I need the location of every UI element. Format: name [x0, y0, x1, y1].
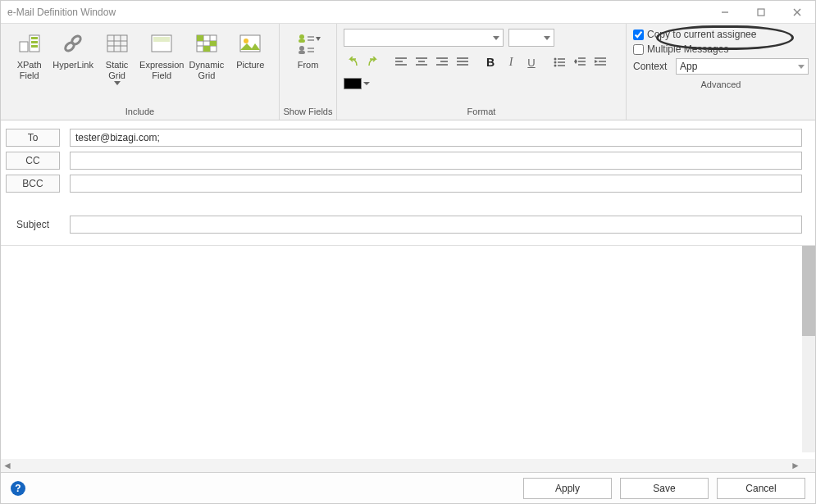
- font-family-combo[interactable]: [344, 29, 504, 47]
- ribbon-group-advanced: Copy to current assignee Multiple Messag…: [627, 24, 815, 120]
- chevron-down-icon: [798, 65, 805, 69]
- ribbon: XPath Field HyperLink Static Grid Expr: [1, 24, 815, 120]
- bullet-list-button[interactable]: [550, 53, 568, 71]
- indent-button[interactable]: [591, 53, 609, 71]
- align-justify-button[interactable]: [454, 53, 472, 71]
- expression-field-label: Expression Field: [139, 60, 184, 81]
- svg-rect-30: [299, 39, 305, 43]
- from-button[interactable]: From: [286, 27, 330, 74]
- copy-assignee-label: Copy to current assignee: [647, 29, 756, 40]
- svg-marker-67: [798, 65, 805, 69]
- to-input[interactable]: tester@bizagi.com;: [70, 129, 802, 147]
- svg-rect-24: [197, 35, 203, 41]
- svg-rect-11: [107, 35, 127, 52]
- svg-marker-61: [574, 59, 577, 61]
- undo-button[interactable]: [344, 53, 362, 71]
- svg-point-29: [299, 34, 304, 39]
- hyperlink-button[interactable]: HyperLink: [51, 27, 95, 74]
- expression-field-button[interactable]: Expression Field: [139, 27, 185, 84]
- font-color-button[interactable]: [344, 78, 362, 89]
- hyperlink-label: HyperLink: [52, 60, 93, 70]
- svg-marker-16: [114, 81, 121, 85]
- scroll-right-icon[interactable]: ►: [791, 460, 800, 471]
- multi-messages-input[interactable]: [633, 44, 644, 55]
- svg-rect-26: [203, 46, 210, 52]
- vscroll-thumb[interactable]: [802, 246, 815, 336]
- bcc-button[interactable]: BCC: [6, 175, 60, 193]
- context-value: App: [680, 61, 697, 72]
- from-label: From: [298, 60, 319, 70]
- expression-field-icon: [148, 30, 175, 57]
- svg-point-9: [64, 41, 75, 52]
- copy-assignee-checkbox[interactable]: Copy to current assignee: [633, 29, 809, 40]
- horizontal-scrollbar[interactable]: ◄ ►: [1, 459, 802, 472]
- vertical-scrollbar[interactable]: [802, 246, 815, 452]
- outdent-button[interactable]: [571, 53, 589, 71]
- scroll-left-icon[interactable]: ◄: [2, 460, 12, 471]
- cc-input[interactable]: [70, 152, 802, 170]
- svg-marker-38: [493, 36, 499, 40]
- bcc-input[interactable]: [70, 175, 802, 193]
- dynamic-grid-label: Dynamic Grid: [189, 60, 225, 81]
- titlebar: e-Mail Definition Window: [1, 1, 815, 24]
- help-icon[interactable]: ?: [11, 481, 25, 496]
- svg-point-28: [244, 39, 248, 43]
- svg-point-10: [71, 34, 82, 46]
- svg-marker-62: [574, 61, 577, 64]
- align-left-button[interactable]: [392, 53, 410, 71]
- dynamic-grid-icon: [194, 30, 220, 57]
- body-editor[interactable]: [7, 246, 802, 452]
- svg-point-54: [554, 65, 557, 67]
- maximize-button[interactable]: [743, 1, 779, 24]
- svg-rect-25: [210, 41, 217, 46]
- picture-button[interactable]: Picture: [229, 27, 272, 74]
- include-group-label: Include: [1, 107, 279, 120]
- ribbon-group-format: B I U Format: [337, 24, 627, 120]
- body-editor-area: ◄ ►: [1, 245, 815, 472]
- xpath-field-button[interactable]: XPath Field: [7, 27, 51, 84]
- chevron-down-icon: [114, 81, 121, 85]
- xpath-field-label: XPath Field: [17, 60, 42, 81]
- cc-button[interactable]: CC: [6, 152, 60, 170]
- svg-rect-8: [31, 45, 38, 48]
- copy-assignee-input[interactable]: [633, 30, 644, 40]
- dynamic-grid-button[interactable]: Dynamic Grid: [185, 27, 228, 84]
- font-size-combo[interactable]: [508, 29, 554, 47]
- subject-input[interactable]: [70, 216, 802, 234]
- static-grid-icon: [104, 30, 130, 57]
- to-value: tester@bizagi.com;: [75, 132, 160, 143]
- svg-point-52: [554, 58, 557, 61]
- svg-marker-66: [595, 60, 598, 63]
- apply-button[interactable]: Apply: [523, 478, 612, 499]
- align-center-button[interactable]: [413, 53, 431, 71]
- bold-button[interactable]: B: [481, 53, 499, 71]
- static-grid-button[interactable]: Static Grid: [95, 27, 139, 89]
- context-combo[interactable]: App: [676, 58, 809, 75]
- italic-button[interactable]: I: [502, 53, 520, 71]
- subject-label: Subject: [6, 219, 60, 230]
- svg-rect-34: [299, 51, 305, 54]
- svg-rect-18: [153, 37, 170, 42]
- to-button[interactable]: To: [6, 129, 60, 147]
- close-button[interactable]: [779, 1, 815, 24]
- svg-rect-6: [31, 37, 38, 39]
- align-right-button[interactable]: [433, 53, 451, 71]
- email-fields: To tester@bizagi.com; CC BCC Subject: [1, 120, 815, 242]
- from-icon: [295, 30, 321, 57]
- save-button[interactable]: Save: [620, 478, 709, 499]
- multi-messages-checkbox[interactable]: Multiple Messages: [633, 43, 809, 55]
- svg-marker-39: [544, 36, 550, 40]
- multi-messages-label: Multiple Messages: [647, 43, 728, 55]
- minimize-button[interactable]: [707, 1, 743, 24]
- svg-rect-7: [31, 41, 38, 43]
- context-label: Context: [633, 61, 672, 72]
- format-group-label: Format: [337, 107, 626, 120]
- ribbon-group-include: XPath Field HyperLink Static Grid Expr: [1, 24, 280, 120]
- underline-button[interactable]: U: [522, 53, 540, 71]
- svg-point-53: [554, 61, 557, 64]
- static-grid-label: Static Grid: [106, 60, 129, 81]
- footer: ? Apply Save Cancel: [1, 472, 815, 503]
- redo-button[interactable]: [364, 53, 382, 71]
- cancel-button[interactable]: Cancel: [717, 478, 805, 499]
- svg-rect-1: [758, 9, 764, 16]
